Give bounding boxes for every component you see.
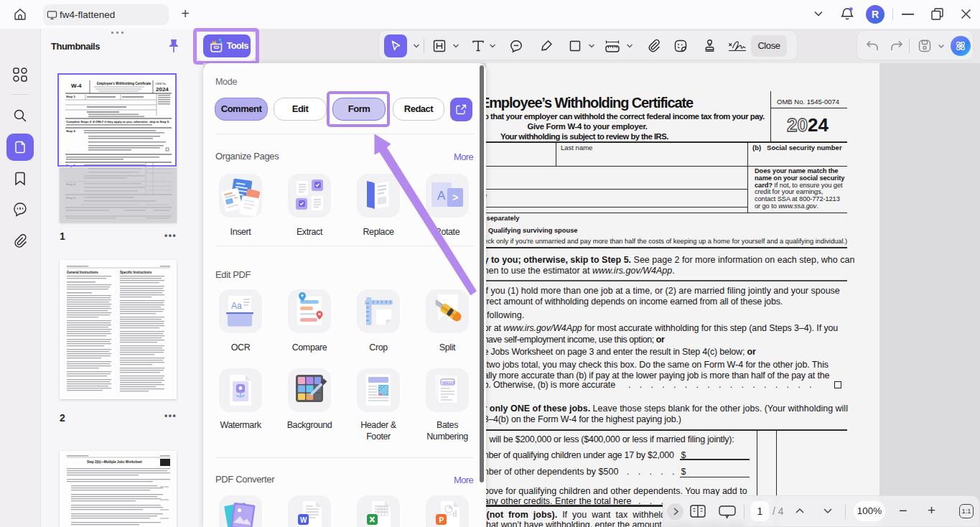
svg-text:>: > xyxy=(452,192,458,203)
svg-text:General Instructions: General Instructions xyxy=(67,271,98,274)
svg-text:P: P xyxy=(439,516,444,524)
svg-text:Step 2(b)—Multiple Jobs Worksh: Step 2(b)—Multiple Jobs Worksheet xyxy=(87,460,142,464)
svg-text:000123: 000123 xyxy=(442,381,454,385)
svg-text:A: A xyxy=(437,189,446,202)
svg-text:Specific Instructions: Specific Instructions xyxy=(120,271,152,274)
svg-text:W: W xyxy=(300,516,307,524)
svg-text:Aa: Aa xyxy=(231,301,242,311)
